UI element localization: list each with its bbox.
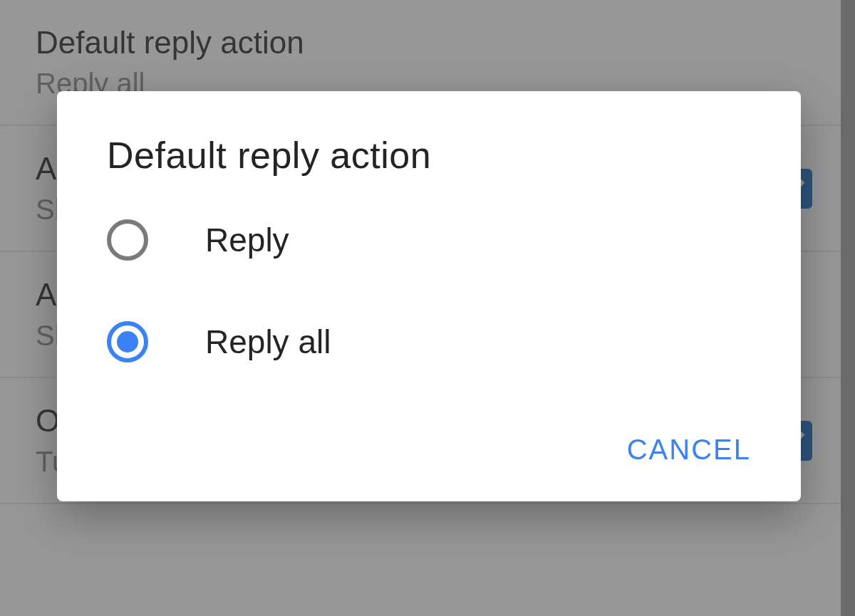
dialog-title: Default reply action bbox=[57, 134, 801, 177]
default-reply-dialog: Default reply action Reply Reply all CAN… bbox=[57, 91, 801, 501]
cancel-button[interactable]: CANCEL bbox=[627, 423, 751, 476]
radio-inner-dot bbox=[117, 331, 138, 353]
radio-label: Reply all bbox=[205, 323, 331, 361]
radio-unchecked-icon bbox=[107, 219, 148, 261]
radio-label: Reply bbox=[205, 221, 289, 259]
radio-option-reply-all[interactable]: Reply all bbox=[57, 321, 801, 362]
radio-option-reply[interactable]: Reply bbox=[57, 219, 801, 261]
radio-checked-icon bbox=[107, 321, 148, 362]
dialog-actions: CANCEL bbox=[57, 423, 801, 476]
